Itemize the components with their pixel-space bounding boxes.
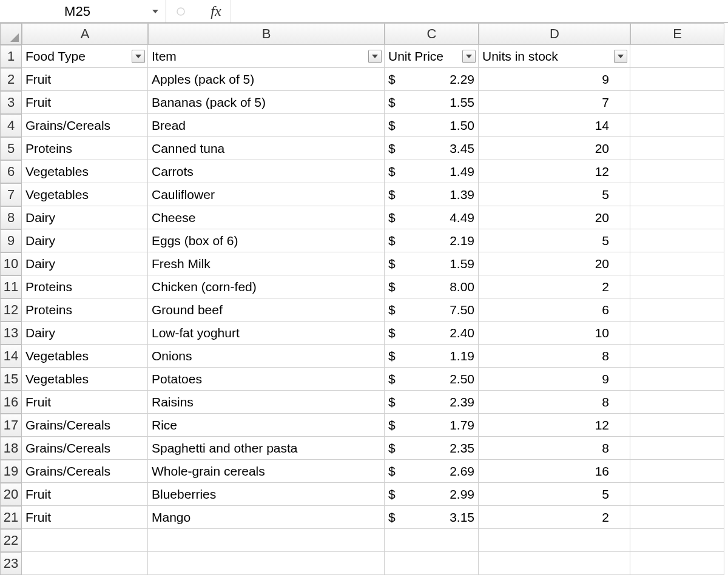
cell-B19[interactable]: Whole-grain cereals — [148, 460, 385, 483]
cell-A19[interactable]: Grains/Cereals — [22, 460, 148, 483]
cell-D15[interactable]: 9 — [479, 368, 630, 391]
name-box[interactable]: M25 — [0, 0, 166, 22]
cell-B16[interactable]: Raisins — [148, 391, 385, 414]
row-header-15[interactable]: 15 — [0, 368, 22, 391]
cell-D9[interactable]: 5 — [479, 229, 630, 252]
cell-E6[interactable] — [630, 160, 724, 183]
row-header-3[interactable]: 3 — [0, 91, 22, 114]
cell-B4[interactable]: Bread — [148, 114, 385, 137]
row-header-10[interactable]: 10 — [0, 252, 22, 275]
cell-D20[interactable]: 5 — [479, 483, 630, 506]
row-header-13[interactable]: 13 — [0, 322, 22, 345]
filter-food-type-button[interactable] — [132, 50, 145, 63]
cell-C3[interactable]: $1.55 — [385, 91, 479, 114]
cell-B15[interactable]: Potatoes — [148, 368, 385, 391]
cell-A17[interactable]: Grains/Cereals — [22, 414, 148, 437]
cell-D21[interactable]: 2 — [479, 506, 630, 529]
column-header-A[interactable]: A — [22, 23, 148, 45]
cell-E1[interactable] — [630, 45, 724, 68]
filter-units-in-stock-button[interactable] — [614, 50, 627, 63]
cell-B18[interactable]: Spaghetti and other pasta — [148, 437, 385, 460]
cell-E13[interactable] — [630, 322, 724, 345]
cell-D5[interactable]: 20 — [479, 137, 630, 160]
cell-D2[interactable]: 9 — [479, 68, 630, 91]
column-header-B[interactable]: B — [148, 23, 385, 45]
cell-D14[interactable]: 8 — [479, 345, 630, 368]
cell-E3[interactable] — [630, 91, 724, 114]
cell-A9[interactable]: Dairy — [22, 229, 148, 252]
row-header-8[interactable]: 8 — [0, 206, 22, 229]
cell-A10[interactable]: Dairy — [22, 252, 148, 275]
column-header-C[interactable]: C — [385, 23, 479, 45]
cell-E10[interactable] — [630, 252, 724, 275]
cell-B12[interactable]: Ground beef — [148, 298, 385, 322]
row-header-2[interactable]: 2 — [0, 68, 22, 91]
cell-B9[interactable]: Eggs (box of 6) — [148, 229, 385, 252]
cell-A4[interactable]: Grains/Cereals — [22, 114, 148, 137]
cell-B2[interactable]: Apples (pack of 5) — [148, 68, 385, 91]
cell-E22[interactable] — [630, 529, 724, 552]
cell-B8[interactable]: Cheese — [148, 206, 385, 229]
cell-A3[interactable]: Fruit — [22, 91, 148, 114]
cell-E4[interactable] — [630, 114, 724, 137]
cell-A8[interactable]: Dairy — [22, 206, 148, 229]
cell-C9[interactable]: $2.19 — [385, 229, 479, 252]
cell-A11[interactable]: Proteins — [22, 275, 148, 298]
cell-C6[interactable]: $1.49 — [385, 160, 479, 183]
cell-E9[interactable] — [630, 229, 724, 252]
cell-C19[interactable]: $2.69 — [385, 460, 479, 483]
cell-E20[interactable] — [630, 483, 724, 506]
column-header-D[interactable]: D — [479, 23, 630, 45]
cell-A15[interactable]: Vegetables — [22, 368, 148, 391]
cell-A12[interactable]: Proteins — [22, 298, 148, 322]
filter-item-button[interactable] — [368, 50, 382, 63]
cell-E16[interactable] — [630, 391, 724, 414]
cell-C15[interactable]: $2.50 — [385, 368, 479, 391]
cell-C4[interactable]: $1.50 — [385, 114, 479, 137]
cell-D23[interactable] — [479, 552, 630, 575]
row-header-22[interactable]: 22 — [0, 529, 22, 552]
cell-E19[interactable] — [630, 460, 724, 483]
cell-B21[interactable]: Mango — [148, 506, 385, 529]
cell-A20[interactable]: Fruit — [22, 483, 148, 506]
cell-B22[interactable] — [148, 529, 385, 552]
cell-A14[interactable]: Vegetables — [22, 345, 148, 368]
cell-E15[interactable] — [630, 368, 724, 391]
cell-E11[interactable] — [630, 275, 724, 298]
cell-C2[interactable]: $2.29 — [385, 68, 479, 91]
cell-B11[interactable]: Chicken (corn-fed) — [148, 275, 385, 298]
cell-B6[interactable]: Carrots — [148, 160, 385, 183]
header-units-in-stock[interactable]: Units in stock — [479, 45, 630, 68]
row-header-23[interactable]: 23 — [0, 552, 22, 575]
cell-E8[interactable] — [630, 206, 724, 229]
cell-E5[interactable] — [630, 137, 724, 160]
row-header-4[interactable]: 4 — [0, 114, 22, 137]
cell-C13[interactable]: $2.40 — [385, 322, 479, 345]
cell-C18[interactable]: $2.35 — [385, 437, 479, 460]
cell-D11[interactable]: 2 — [479, 275, 630, 298]
cell-A13[interactable]: Dairy — [22, 322, 148, 345]
cell-C22[interactable] — [385, 529, 479, 552]
cell-D13[interactable]: 10 — [479, 322, 630, 345]
cell-B23[interactable] — [148, 552, 385, 575]
cell-E2[interactable] — [630, 68, 724, 91]
cell-C5[interactable]: $3.45 — [385, 137, 479, 160]
select-all-corner[interactable] — [0, 23, 22, 45]
cell-B10[interactable]: Fresh Milk — [148, 252, 385, 275]
cell-E12[interactable] — [630, 298, 724, 322]
cell-B7[interactable]: Cauliflower — [148, 183, 385, 206]
cell-C12[interactable]: $7.50 — [385, 298, 479, 322]
cell-D3[interactable]: 7 — [479, 91, 630, 114]
cell-C11[interactable]: $8.00 — [385, 275, 479, 298]
row-header-6[interactable]: 6 — [0, 160, 22, 183]
filter-unit-price-button[interactable] — [462, 50, 476, 63]
cell-D10[interactable]: 20 — [479, 252, 630, 275]
cell-B20[interactable]: Blueberries — [148, 483, 385, 506]
cell-B17[interactable]: Rice — [148, 414, 385, 437]
cell-E23[interactable] — [630, 552, 724, 575]
cell-A2[interactable]: Fruit — [22, 68, 148, 91]
row-header-16[interactable]: 16 — [0, 391, 22, 414]
cell-B14[interactable]: Onions — [148, 345, 385, 368]
row-header-18[interactable]: 18 — [0, 437, 22, 460]
cell-D22[interactable] — [479, 529, 630, 552]
